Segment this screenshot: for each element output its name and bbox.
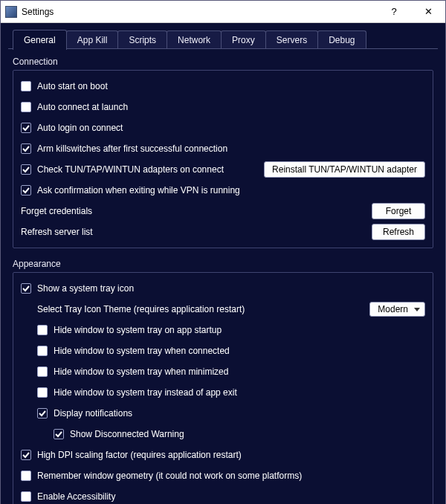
section-connection: Auto start on boot Auto connect at launc… xyxy=(13,70,433,248)
checkbox-auto-login[interactable] xyxy=(21,123,31,133)
row-hide-connected: Hide window to system tray when connecte… xyxy=(21,343,425,359)
section-appearance: Show a system tray icon Select Tray Icon… xyxy=(13,272,433,504)
label-enable-accessibility: Enable Accessibility xyxy=(37,491,115,502)
checkbox-hide-connected[interactable] xyxy=(37,346,48,356)
checkbox-hide-exit[interactable] xyxy=(37,387,48,398)
row-remember-geometry: Remember window geometry (it could not w… xyxy=(21,468,425,484)
tab-debug[interactable]: Debug xyxy=(317,30,366,49)
row-auto-login: Auto login on connect xyxy=(21,120,425,136)
label-hide-startup: Hide window to system tray on app startu… xyxy=(54,325,222,335)
tab-proxy[interactable]: Proxy xyxy=(221,30,266,49)
label-arm-killswitches: Arm killswitches after first successful … xyxy=(37,143,227,154)
label-show-disconnected-warning: Show Disconnected Warning xyxy=(70,429,184,439)
section-title-connection: Connection xyxy=(13,56,433,67)
label-hide-exit: Hide window to system tray instead of ap… xyxy=(54,387,237,398)
row-display-notifications: Display notifications xyxy=(21,405,425,421)
row-hide-exit: Hide window to system tray instead of ap… xyxy=(21,384,425,401)
tray-theme-dropdown[interactable]: Modern xyxy=(369,302,425,317)
row-ask-confirm-exit: Ask confirmation when exiting while VPN … xyxy=(21,182,425,198)
row-auto-start: Auto start on boot xyxy=(21,78,425,94)
help-icon: ? xyxy=(391,6,396,17)
row-check-tun: Check TUN/TAP/WINTUN adapters on connect… xyxy=(21,161,425,178)
row-tray-theme: Select Tray Icon Theme (requires applica… xyxy=(21,301,425,317)
section-title-appearance: Appearance xyxy=(13,259,433,269)
checkbox-high-dpi[interactable] xyxy=(21,450,31,460)
checkbox-hide-minimized[interactable] xyxy=(37,366,48,377)
label-ask-confirm-exit: Ask confirmation when exiting while VPN … xyxy=(37,185,240,196)
row-auto-connect: Auto connect at launch xyxy=(21,99,425,115)
reinstall-tun-button[interactable]: Reinstall TUN/TAP/WINTUN adapter xyxy=(264,161,425,178)
row-show-tray: Show a system tray icon xyxy=(21,280,425,297)
tab-label: Network xyxy=(178,35,210,45)
checkbox-auto-connect[interactable] xyxy=(21,102,31,112)
titlebar: Settings ? ✕ xyxy=(1,1,445,23)
label-refresh-servers: Refresh server list xyxy=(21,227,93,237)
tab-label: General xyxy=(24,35,56,45)
close-button[interactable]: ✕ xyxy=(411,1,445,23)
close-icon: ✕ xyxy=(424,6,433,17)
label-tray-theme: Select Tray Icon Theme (requires applica… xyxy=(37,304,245,314)
checkbox-remember-geometry[interactable] xyxy=(21,471,31,481)
tab-network[interactable]: Network xyxy=(167,30,222,49)
label-high-dpi: High DPI scaling factor (requires applic… xyxy=(37,450,242,460)
label-check-tun: Check TUN/TAP/WINTUN adapters on connect xyxy=(37,164,224,175)
tab-label: Debug xyxy=(329,35,355,45)
label-remember-geometry: Remember window geometry (it could not w… xyxy=(37,471,302,481)
tab-scripts[interactable]: Scripts xyxy=(117,30,167,49)
row-high-dpi: High DPI scaling factor (requires applic… xyxy=(21,447,425,463)
tab-servers[interactable]: Servers xyxy=(265,30,318,49)
window-title: Settings xyxy=(22,7,54,17)
refresh-button[interactable]: Refresh xyxy=(372,224,425,240)
chevron-down-icon xyxy=(414,308,420,311)
label-hide-connected: Hide window to system tray when connecte… xyxy=(54,346,230,356)
checkbox-ask-confirm-exit[interactable] xyxy=(21,185,31,196)
label-auto-login: Auto login on connect xyxy=(37,123,123,133)
forget-button[interactable]: Forget xyxy=(372,203,425,219)
label-auto-start: Auto start on boot xyxy=(37,81,108,91)
row-show-disconnected-warning: Show Disconnected Warning xyxy=(21,426,425,442)
label-forget-credentials: Forget credentials xyxy=(21,206,92,216)
app-icon xyxy=(5,6,17,18)
tab-panel-general: Connection Auto start on boot Auto conne… xyxy=(8,49,438,504)
tab-label: App Kill xyxy=(77,35,108,45)
label-hide-minimized: Hide window to system tray when minimize… xyxy=(54,366,228,377)
tab-app-kill[interactable]: App Kill xyxy=(66,30,119,49)
tab-general[interactable]: General xyxy=(13,30,67,50)
tab-label: Proxy xyxy=(232,35,255,45)
checkbox-hide-startup[interactable] xyxy=(37,325,48,335)
row-forget-credentials: Forget credentials Forget xyxy=(21,203,425,219)
checkbox-display-notifications[interactable] xyxy=(37,408,48,419)
tab-label: Servers xyxy=(277,35,307,45)
row-refresh-servers: Refresh server list Refresh xyxy=(21,224,425,240)
tab-label: Scripts xyxy=(129,35,156,45)
help-button[interactable]: ? xyxy=(377,1,411,23)
checkbox-show-disconnected-warning[interactable] xyxy=(54,429,64,439)
checkbox-auto-start[interactable] xyxy=(21,81,31,91)
label-display-notifications: Display notifications xyxy=(54,408,132,419)
settings-window: Settings ? ✕ General App Kill Scripts Ne… xyxy=(0,0,446,504)
label-auto-connect: Auto connect at launch xyxy=(37,102,128,112)
checkbox-check-tun[interactable] xyxy=(21,164,31,175)
row-enable-accessibility: Enable Accessibility xyxy=(21,488,425,504)
row-hide-startup: Hide window to system tray on app startu… xyxy=(21,322,425,338)
tabstrip: General App Kill Scripts Network Proxy S… xyxy=(8,29,438,49)
row-hide-minimized: Hide window to system tray when minimize… xyxy=(21,364,425,380)
row-arm-killswitches: Arm killswitches after first successful … xyxy=(21,140,425,157)
label-show-tray: Show a system tray icon xyxy=(37,283,134,294)
tray-theme-value: Modern xyxy=(378,304,408,314)
checkbox-enable-accessibility[interactable] xyxy=(21,491,31,502)
checkbox-show-tray[interactable] xyxy=(21,283,31,294)
checkbox-arm-killswitches[interactable] xyxy=(21,143,31,154)
window-body: General App Kill Scripts Network Proxy S… xyxy=(1,23,445,504)
